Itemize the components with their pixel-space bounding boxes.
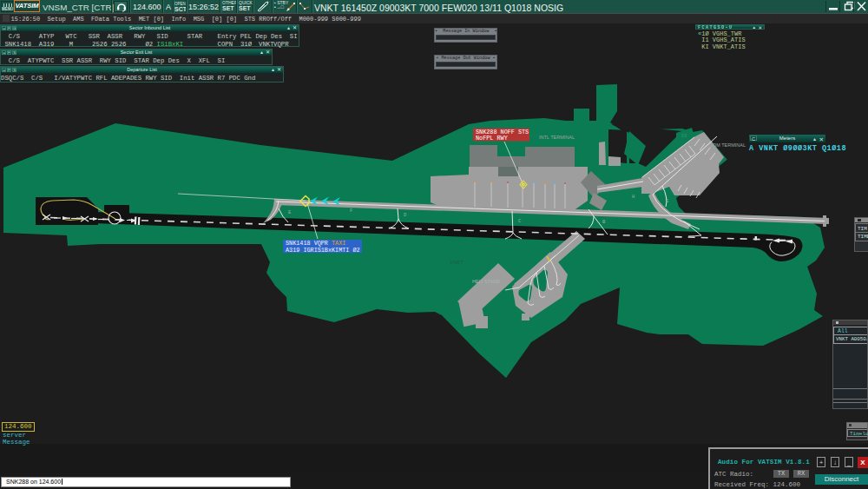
svg-text:NoFPL RWY: NoFPL RWY [476, 135, 508, 142]
svg-text:H: H [632, 194, 635, 200]
svg-text:F: F [350, 208, 352, 214]
svg-text:DOM TERMINAL: DOM TERMINAL [709, 142, 746, 148]
svg-text:D9: D9 [681, 133, 687, 139]
svg-text:INTL TERMINAL: INTL TERMINAL [539, 135, 575, 140]
svg-text:VNKT: VNKT [450, 260, 464, 265]
svg-text:G: G [666, 198, 668, 204]
svg-text:A319 IGRIS1BxKIMTI Ø2: A319 IGRIS1BxKIMTI Ø2 [286, 247, 360, 254]
svg-text:HELI STAND: HELI STAND [472, 279, 500, 284]
